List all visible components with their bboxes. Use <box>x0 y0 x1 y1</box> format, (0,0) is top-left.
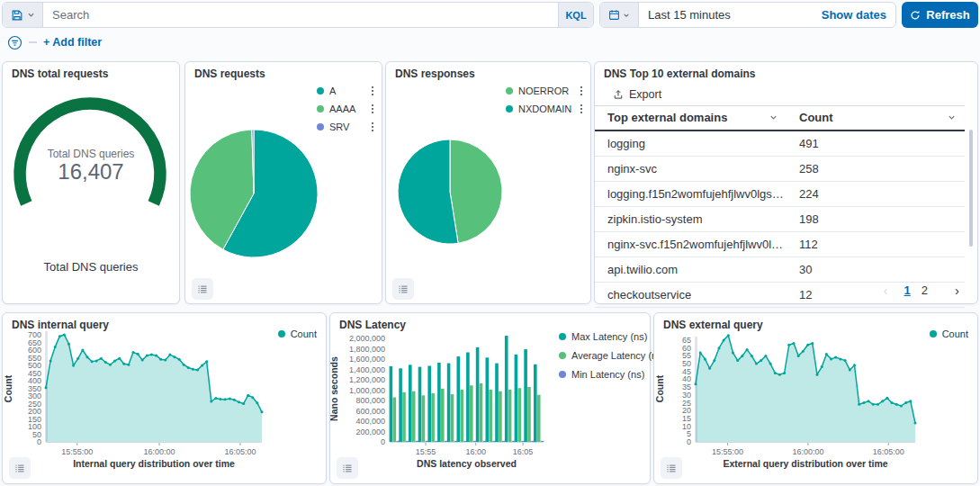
export-button[interactable]: Export <box>607 87 667 102</box>
svg-text:1,800,000: 1,800,000 <box>349 345 385 354</box>
panel-dns-requests: DNS requests AAAAASRV <box>184 61 382 304</box>
export-icon <box>613 89 624 100</box>
svg-text:Nano seconds: Nano seconds <box>330 356 339 421</box>
svg-text:20: 20 <box>682 406 691 415</box>
filter-divider <box>29 41 37 43</box>
export-label: Export <box>629 88 661 101</box>
svg-text:1,000,000: 1,000,000 <box>349 386 385 395</box>
filter-icon[interactable] <box>7 35 22 50</box>
time-range-value[interactable]: Last 15 minutes <box>639 3 813 27</box>
page-numbers: 12 <box>904 284 939 297</box>
svg-text:550: 550 <box>28 354 41 363</box>
domain-cell: nginx-svc <box>595 157 787 182</box>
previous-page-button[interactable]: ‹ <box>878 282 894 299</box>
table-row[interactable]: api.twilio.com30 <box>595 257 965 283</box>
svg-text:16:05:00: 16:05:00 <box>873 447 904 456</box>
table-pagination: ‹ 12 › <box>878 282 965 299</box>
domain-cell: logging.f15n2womfujehfjlwv0lgs3nog.... <box>595 182 787 207</box>
legend-toggle-button[interactable] <box>661 457 682 479</box>
svg-text:15:55:00: 15:55:00 <box>712 447 743 456</box>
svg-text:15:55: 15:55 <box>416 447 436 456</box>
legend-toggle-button[interactable] <box>392 278 414 300</box>
legend-toggle-button[interactable] <box>9 457 31 479</box>
panel-dns-total-requests: DNS total requests Total DNS queries 16,… <box>2 61 180 304</box>
domain-cell: zipkin.istio-system <box>595 207 787 232</box>
svg-text:30: 30 <box>682 391 691 400</box>
gauge-center-label: Total DNS queries <box>3 148 179 160</box>
gauge-bottom-label: Total DNS queries <box>3 260 179 274</box>
dns-internal-query-area-chart[interactable]: 0501001502002503003504004505005506006507… <box>3 328 328 484</box>
svg-text:250: 250 <box>28 400 41 409</box>
refresh-icon <box>910 10 921 21</box>
svg-text:5: 5 <box>687 429 691 438</box>
svg-text:1,200,000: 1,200,000 <box>349 375 385 384</box>
table-row[interactable]: zipkin.istio-system198 <box>595 207 965 232</box>
refresh-label: Refresh <box>926 8 969 22</box>
page-button-2[interactable]: 2 <box>922 284 928 297</box>
sort-chevron-icon <box>948 113 956 122</box>
save-icon <box>11 9 23 22</box>
show-dates-button[interactable]: Show dates <box>813 3 895 27</box>
svg-text:External query distribution ov: External query distribution over time <box>723 458 887 469</box>
count-cell: 30 <box>787 257 965 283</box>
svg-text:450: 450 <box>28 369 41 378</box>
legend-toggle-button[interactable] <box>337 457 358 479</box>
saved-query-menu-button[interactable] <box>3 3 43 27</box>
dns-external-query-area-chart[interactable]: 0510152025303540455055606515:55:0016:00:… <box>654 328 979 484</box>
date-picker: Last 15 minutes Show dates <box>599 2 896 28</box>
svg-text:150: 150 <box>28 415 41 424</box>
svg-text:200: 200 <box>28 407 41 416</box>
table-scrollbar[interactable] <box>969 130 973 247</box>
list-icon <box>666 463 677 474</box>
gauge-center-value: 16,407 <box>3 159 179 184</box>
svg-text:15:55:00: 15:55:00 <box>61 447 93 456</box>
refresh-button[interactable]: Refresh <box>902 2 978 28</box>
column-header-count[interactable]: Count <box>787 106 965 131</box>
column-header-domains[interactable]: Top external domains <box>595 106 787 131</box>
panel-dns-top-external-domains: DNS Top 10 external domains Export Top e… <box>594 61 978 304</box>
list-icon <box>342 463 353 474</box>
list-icon <box>197 284 208 295</box>
count-cell: 258 <box>787 157 965 182</box>
legend-toggle-button[interactable] <box>192 278 213 300</box>
search-input[interactable] <box>43 3 558 27</box>
svg-text:50: 50 <box>682 359 691 368</box>
kql-language-button[interactable]: KQL <box>558 3 593 27</box>
svg-text:16:00:00: 16:00:00 <box>792 447 823 456</box>
svg-text:55: 55 <box>682 351 691 360</box>
dns-latency-bar-chart[interactable]: 0200,000400,000600,000800,0001,000,0001,… <box>330 328 652 484</box>
svg-text:0: 0 <box>381 437 385 446</box>
svg-text:16:05:00: 16:05:00 <box>224 447 256 456</box>
chevron-down-icon <box>27 11 35 19</box>
calendar-icon <box>608 9 620 21</box>
svg-text:Count: Count <box>654 374 665 402</box>
dns-responses-pie-chart[interactable] <box>386 62 592 305</box>
count-cell: 224 <box>787 182 965 207</box>
table-row[interactable]: nginx-svc.f15n2womfujehfjlwv0lgs3no...11… <box>595 232 965 257</box>
svg-text:400: 400 <box>28 376 41 385</box>
svg-text:700: 700 <box>28 330 41 339</box>
list-icon <box>14 463 25 474</box>
column-label: Count <box>799 111 833 124</box>
next-page-button[interactable]: › <box>949 282 965 299</box>
svg-text:200,000: 200,000 <box>355 428 385 436</box>
svg-text:600: 600 <box>28 346 41 355</box>
svg-text:45: 45 <box>682 367 691 376</box>
page-button-1[interactable]: 1 <box>904 284 911 297</box>
svg-text:DNS latency observed: DNS latency observed <box>417 458 517 469</box>
svg-text:10: 10 <box>682 422 691 431</box>
date-quick-select-button[interactable] <box>600 3 639 27</box>
svg-text:25: 25 <box>682 399 691 408</box>
svg-text:2,000,000: 2,000,000 <box>349 334 385 343</box>
table-row[interactable]: nginx-svc258 <box>595 157 965 182</box>
panel-dns-responses: DNS responses NOERRORNXDOMAIN <box>385 61 591 304</box>
panel-dns-latency: DNS Latency Max Latency (ns)Average Late… <box>329 312 651 484</box>
domain-cell: nginx-svc.f15n2womfujehfjlwv0lgs3no... <box>595 232 787 257</box>
dns-requests-pie-chart[interactable] <box>185 62 383 305</box>
svg-text:40: 40 <box>682 374 691 383</box>
table-row[interactable]: logging491 <box>595 130 965 157</box>
svg-text:300: 300 <box>28 392 41 400</box>
svg-text:800,000: 800,000 <box>355 396 385 405</box>
table-row[interactable]: logging.f15n2womfujehfjlwv0lgs3nog....22… <box>595 182 965 207</box>
add-filter-button[interactable]: + Add filter <box>43 36 102 49</box>
